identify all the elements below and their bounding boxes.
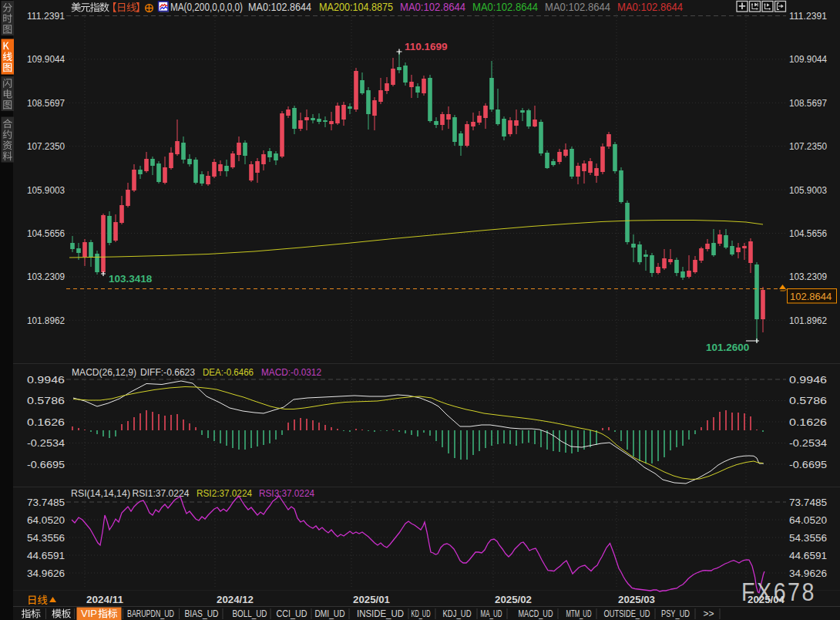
svg-text:MA(0,200,0,0,0,0): MA(0,200,0,0,0,0) — [170, 1, 243, 13]
svg-text:MA200:104.8875: MA200:104.8875 — [319, 1, 393, 13]
svg-text:0.5786: 0.5786 — [789, 396, 827, 406]
svg-text:108.5697: 108.5697 — [27, 98, 65, 109]
svg-text:RSI(14,14,14): RSI(14,14,14) — [71, 487, 130, 499]
svg-text:VIP: VIP — [81, 608, 97, 619]
svg-text:MA0:102.8644: MA0:102.8644 — [472, 1, 538, 13]
svg-text:RSI2:37.0224: RSI2:37.0224 — [197, 487, 252, 499]
svg-text:73.7485: 73.7485 — [27, 497, 65, 508]
svg-text:107.2350: 107.2350 — [27, 141, 65, 152]
svg-text:MACD_UD: MACD_UD — [519, 608, 553, 619]
svg-text:2025/02: 2025/02 — [495, 594, 532, 605]
svg-text:KDJ_UD: KDJ_UD — [443, 608, 472, 619]
svg-text:54.3556: 54.3556 — [27, 533, 65, 544]
svg-text:107.2350: 107.2350 — [789, 141, 827, 152]
svg-text:BIAS_UD: BIAS_UD — [185, 608, 219, 619]
svg-text:64.0520: 64.0520 — [789, 515, 827, 526]
svg-text:CCI_UD: CCI_UD — [277, 608, 307, 619]
svg-text:2025/04: 2025/04 — [748, 594, 785, 605]
svg-text:MA0:102.8644: MA0:102.8644 — [400, 1, 465, 13]
svg-text:105.9003: 105.9003 — [789, 185, 827, 196]
svg-text:110.1699: 110.1699 — [405, 41, 448, 52]
svg-text:DMI_UD: DMI_UD — [315, 608, 345, 619]
svg-text:PSY_UD: PSY_UD — [661, 608, 690, 619]
svg-text:103.2309: 103.2309 — [27, 271, 65, 282]
svg-text:DEA:-0.6466: DEA:-0.6466 — [203, 366, 254, 378]
svg-text:102.8644: 102.8644 — [790, 291, 832, 302]
svg-text:103.2309: 103.2309 — [789, 271, 827, 282]
svg-text:54.3556: 54.3556 — [789, 533, 827, 544]
svg-text:0.5786: 0.5786 — [27, 396, 65, 406]
svg-text:109.9044: 109.9044 — [789, 54, 827, 65]
svg-text:MACD:-0.0312: MACD:-0.0312 — [261, 366, 321, 378]
svg-text:MA_UD: MA_UD — [481, 608, 502, 619]
svg-text:111.2391: 111.2391 — [789, 11, 827, 22]
svg-text:101.8962: 101.8962 — [789, 315, 827, 326]
svg-text:0.1626: 0.1626 — [789, 417, 827, 428]
svg-text:MA0:102.8644: MA0:102.8644 — [617, 1, 683, 13]
svg-text:DIFF:-0.6623: DIFF:-0.6623 — [140, 366, 195, 378]
svg-text:64.0520: 64.0520 — [27, 515, 65, 526]
svg-text:0.9946: 0.9946 — [27, 375, 65, 386]
svg-text:MACD(26,12,9): MACD(26,12,9) — [72, 366, 136, 378]
svg-text:OUTSIDE_UD: OUTSIDE_UD — [604, 608, 650, 619]
svg-text:-0.2534: -0.2534 — [789, 438, 827, 449]
svg-text:BOLL_UD: BOLL_UD — [233, 608, 267, 619]
svg-text:111.2391: 111.2391 — [27, 11, 65, 22]
svg-text:44.6591: 44.6591 — [27, 551, 65, 561]
svg-text:101.2600: 101.2600 — [706, 342, 749, 353]
svg-text:MA0:102.8644: MA0:102.8644 — [248, 1, 311, 13]
svg-text:0.9946: 0.9946 — [789, 375, 827, 386]
svg-text:2024/11: 2024/11 — [86, 594, 123, 605]
svg-text:34.9626: 34.9626 — [27, 568, 65, 579]
svg-text:103.3418: 103.3418 — [109, 273, 153, 285]
svg-text:101.8962: 101.8962 — [27, 315, 65, 326]
svg-text:RSI3:37.0224: RSI3:37.0224 — [259, 487, 314, 499]
svg-text:KD_UD: KD_UD — [412, 608, 431, 619]
svg-text:104.5656: 104.5656 — [789, 228, 827, 239]
svg-text:0.1626: 0.1626 — [27, 417, 65, 428]
svg-text:2024/12: 2024/12 — [217, 594, 254, 605]
svg-text:109.9044: 109.9044 — [27, 54, 65, 65]
svg-text:-0.6695: -0.6695 — [27, 460, 65, 470]
svg-text:108.5697: 108.5697 — [789, 98, 827, 109]
svg-text:MTM_UD: MTM_UD — [566, 608, 592, 619]
svg-text:104.5656: 104.5656 — [27, 228, 65, 239]
svg-text:MA0:102.8644: MA0:102.8644 — [545, 1, 610, 13]
svg-text:-0.6695: -0.6695 — [789, 460, 827, 470]
svg-text:BARUPDN_UD: BARUPDN_UD — [127, 608, 174, 619]
svg-text:73.7485: 73.7485 — [789, 497, 827, 508]
svg-text:>>: >> — [704, 608, 714, 619]
svg-text:44.6591: 44.6591 — [789, 551, 827, 561]
svg-text:2025/03: 2025/03 — [618, 594, 655, 605]
svg-text:INSIDE_UD: INSIDE_UD — [357, 608, 404, 619]
svg-text:-0.2534: -0.2534 — [27, 438, 65, 449]
svg-text:105.9003: 105.9003 — [27, 185, 65, 196]
svg-text:2025/01: 2025/01 — [353, 594, 390, 605]
